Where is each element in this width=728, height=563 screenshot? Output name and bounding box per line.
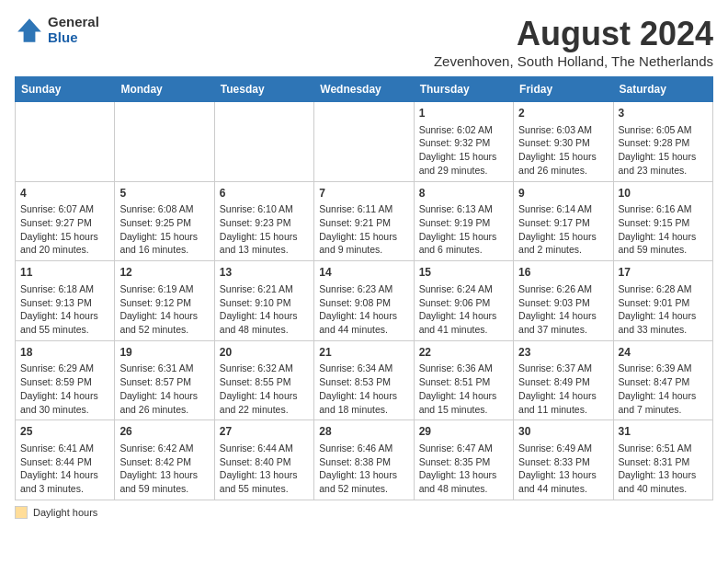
calendar-cell: 25Sunrise: 6:41 AM Sunset: 8:44 PM Dayli… — [16, 420, 115, 500]
day-number: 26 — [119, 424, 209, 440]
calendar-cell: 31Sunrise: 6:51 AM Sunset: 8:31 PM Dayli… — [613, 420, 712, 500]
day-info: Sunrise: 6:39 AM Sunset: 8:47 PM Dayligh… — [619, 362, 708, 416]
day-info: Sunrise: 6:47 AM Sunset: 8:35 PM Dayligh… — [419, 442, 508, 496]
day-number: 30 — [518, 424, 608, 440]
day-info: Sunrise: 6:36 AM Sunset: 8:51 PM Dayligh… — [419, 362, 508, 416]
calendar-cell: 15Sunrise: 6:24 AM Sunset: 9:06 PM Dayli… — [414, 261, 513, 341]
day-number: 9 — [518, 186, 608, 201]
day-info: Sunrise: 6:26 AM Sunset: 9:03 PM Dayligh… — [518, 282, 608, 337]
day-info: Sunrise: 6:18 AM Sunset: 9:13 PM Dayligh… — [20, 282, 109, 337]
calendar-table: SundayMondayTuesdayWednesdayThursdayFrid… — [15, 76, 713, 500]
calendar-cell: 10Sunrise: 6:16 AM Sunset: 9:15 PM Dayli… — [613, 181, 712, 261]
day-info: Sunrise: 6:46 AM Sunset: 8:38 PM Dayligh… — [319, 442, 408, 496]
day-info: Sunrise: 6:23 AM Sunset: 9:08 PM Dayligh… — [319, 282, 408, 337]
calendar-cell: 23Sunrise: 6:37 AM Sunset: 8:49 PM Dayli… — [514, 340, 613, 420]
calendar-cell: 17Sunrise: 6:28 AM Sunset: 9:01 PM Dayli… — [613, 261, 712, 341]
day-number: 23 — [518, 345, 608, 361]
day-number: 3 — [619, 106, 708, 121]
day-number: 25 — [20, 424, 109, 440]
week-row-2: 4Sunrise: 6:07 AM Sunset: 9:27 PM Daylig… — [16, 181, 713, 261]
calendar-cell: 7Sunrise: 6:11 AM Sunset: 9:21 PM Daylig… — [314, 181, 414, 261]
header: General Blue August 2024 Zevenhoven, Sou… — [15, 15, 713, 69]
week-row-3: 11Sunrise: 6:18 AM Sunset: 9:13 PM Dayli… — [16, 261, 713, 341]
day-number: 17 — [619, 265, 708, 281]
day-info: Sunrise: 6:31 AM Sunset: 8:57 PM Dayligh… — [119, 362, 209, 416]
main-title: August 2024 — [434, 15, 713, 53]
day-info: Sunrise: 6:37 AM Sunset: 8:49 PM Dayligh… — [518, 362, 608, 416]
day-info: Sunrise: 6:05 AM Sunset: 9:28 PM Dayligh… — [619, 123, 708, 178]
calendar-cell: 30Sunrise: 6:49 AM Sunset: 8:33 PM Dayli… — [514, 420, 613, 500]
day-number: 24 — [619, 345, 708, 361]
day-info: Sunrise: 6:02 AM Sunset: 9:32 PM Dayligh… — [419, 123, 508, 178]
day-info: Sunrise: 6:14 AM Sunset: 9:17 PM Dayligh… — [518, 202, 608, 257]
calendar-cell: 3Sunrise: 6:05 AM Sunset: 9:28 PM Daylig… — [613, 102, 712, 182]
day-number: 20 — [220, 345, 309, 361]
day-number: 18 — [20, 345, 109, 361]
calendar-cell: 9Sunrise: 6:14 AM Sunset: 9:17 PM Daylig… — [514, 181, 613, 261]
logo: General Blue — [15, 15, 99, 45]
calendar-cell: 16Sunrise: 6:26 AM Sunset: 9:03 PM Dayli… — [514, 261, 613, 341]
daylight-label: Daylight hours — [33, 507, 97, 518]
day-info: Sunrise: 6:51 AM Sunset: 8:31 PM Dayligh… — [619, 442, 708, 496]
day-number: 29 — [419, 424, 508, 440]
day-number: 5 — [119, 186, 209, 201]
day-info: Sunrise: 6:13 AM Sunset: 9:19 PM Dayligh… — [419, 202, 508, 257]
calendar-cell: 5Sunrise: 6:08 AM Sunset: 9:25 PM Daylig… — [115, 181, 214, 261]
day-info: Sunrise: 6:11 AM Sunset: 9:21 PM Dayligh… — [319, 202, 408, 257]
day-number: 15 — [419, 265, 508, 281]
day-number: 19 — [119, 345, 209, 361]
daylight-box-icon — [15, 506, 28, 519]
week-row-5: 25Sunrise: 6:41 AM Sunset: 8:44 PM Dayli… — [16, 420, 713, 500]
calendar-cell — [314, 102, 414, 182]
calendar-header: SundayMondayTuesdayWednesdayThursdayFrid… — [16, 77, 713, 102]
calendar-cell: 22Sunrise: 6:36 AM Sunset: 8:51 PM Dayli… — [414, 340, 513, 420]
title-area: August 2024 Zevenhoven, South Holland, T… — [434, 15, 713, 69]
calendar-body: 1Sunrise: 6:02 AM Sunset: 9:32 PM Daylig… — [16, 102, 713, 500]
calendar-cell: 6Sunrise: 6:10 AM Sunset: 9:23 PM Daylig… — [214, 181, 313, 261]
day-info: Sunrise: 6:10 AM Sunset: 9:23 PM Dayligh… — [220, 202, 309, 257]
svg-marker-0 — [17, 18, 41, 42]
day-number: 27 — [220, 424, 309, 440]
calendar-cell: 4Sunrise: 6:07 AM Sunset: 9:27 PM Daylig… — [16, 181, 115, 261]
day-info: Sunrise: 6:41 AM Sunset: 8:44 PM Dayligh… — [20, 442, 109, 496]
calendar-cell: 21Sunrise: 6:34 AM Sunset: 8:53 PM Dayli… — [314, 340, 414, 420]
day-number: 7 — [319, 186, 408, 201]
header-day-monday: Monday — [115, 77, 214, 102]
calendar-cell: 28Sunrise: 6:46 AM Sunset: 8:38 PM Dayli… — [314, 420, 414, 500]
header-day-tuesday: Tuesday — [214, 77, 313, 102]
calendar-cell — [16, 102, 115, 182]
day-info: Sunrise: 6:42 AM Sunset: 8:42 PM Dayligh… — [119, 442, 209, 496]
calendar-cell — [115, 102, 214, 182]
day-info: Sunrise: 6:34 AM Sunset: 8:53 PM Dayligh… — [319, 362, 408, 416]
calendar-cell: 14Sunrise: 6:23 AM Sunset: 9:08 PM Dayli… — [314, 261, 414, 341]
day-number: 1 — [419, 106, 508, 121]
header-day-saturday: Saturday — [613, 77, 712, 102]
day-number: 11 — [20, 265, 109, 281]
header-row: SundayMondayTuesdayWednesdayThursdayFrid… — [16, 77, 713, 102]
day-number: 8 — [419, 186, 508, 201]
day-info: Sunrise: 6:28 AM Sunset: 9:01 PM Dayligh… — [619, 282, 708, 337]
day-number: 4 — [20, 186, 109, 201]
calendar-cell: 24Sunrise: 6:39 AM Sunset: 8:47 PM Dayli… — [613, 340, 712, 420]
day-number: 2 — [518, 106, 608, 121]
calendar-cell: 20Sunrise: 6:32 AM Sunset: 8:55 PM Dayli… — [214, 340, 313, 420]
day-info: Sunrise: 6:07 AM Sunset: 9:27 PM Dayligh… — [20, 202, 109, 257]
header-day-wednesday: Wednesday — [314, 77, 414, 102]
calendar-cell: 29Sunrise: 6:47 AM Sunset: 8:35 PM Dayli… — [414, 420, 513, 500]
header-day-sunday: Sunday — [16, 77, 115, 102]
day-info: Sunrise: 6:08 AM Sunset: 9:25 PM Dayligh… — [119, 202, 209, 257]
calendar-cell: 1Sunrise: 6:02 AM Sunset: 9:32 PM Daylig… — [414, 102, 513, 182]
logo-blue: Blue — [48, 30, 99, 46]
calendar-cell: 12Sunrise: 6:19 AM Sunset: 9:12 PM Dayli… — [115, 261, 214, 341]
day-number: 31 — [619, 424, 708, 440]
calendar-cell: 18Sunrise: 6:29 AM Sunset: 8:59 PM Dayli… — [16, 340, 115, 420]
day-info: Sunrise: 6:21 AM Sunset: 9:10 PM Dayligh… — [220, 282, 309, 337]
day-info: Sunrise: 6:49 AM Sunset: 8:33 PM Dayligh… — [518, 442, 608, 496]
calendar-cell: 11Sunrise: 6:18 AM Sunset: 9:13 PM Dayli… — [16, 261, 115, 341]
subtitle: Zevenhoven, South Holland, The Netherlan… — [434, 53, 713, 69]
day-info: Sunrise: 6:19 AM Sunset: 9:12 PM Dayligh… — [119, 282, 209, 337]
week-row-4: 18Sunrise: 6:29 AM Sunset: 8:59 PM Dayli… — [16, 340, 713, 420]
logo-text: General Blue — [48, 15, 99, 45]
day-number: 28 — [319, 424, 408, 440]
day-number: 6 — [220, 186, 309, 201]
